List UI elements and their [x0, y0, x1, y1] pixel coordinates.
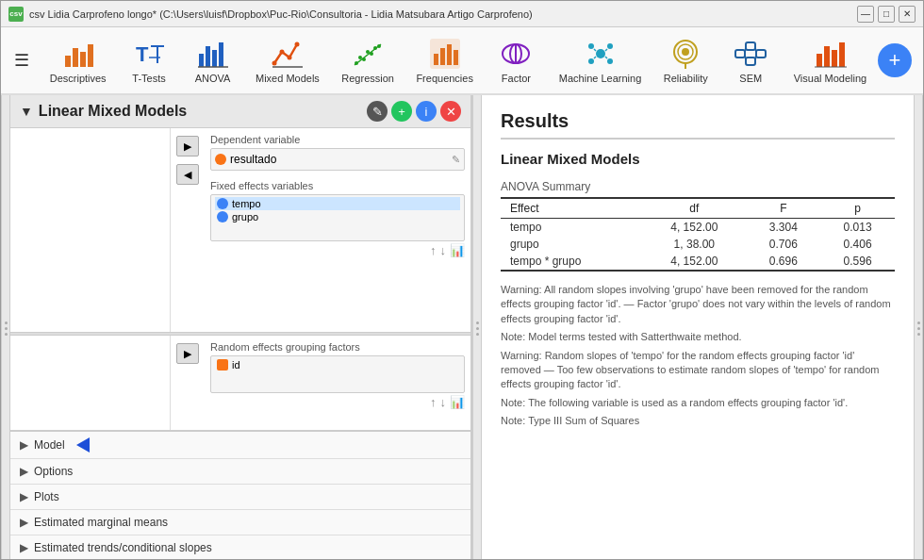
- right-side-handle[interactable]: [914, 95, 923, 560]
- random-var-icon: [217, 359, 228, 371]
- svg-line-25: [355, 44, 381, 65]
- add-button[interactable]: +: [391, 101, 412, 122]
- toolbar-item-sem[interactable]: SEM: [722, 33, 779, 88]
- minimize-button[interactable]: —: [857, 6, 874, 23]
- close-button[interactable]: ✕: [899, 6, 916, 23]
- toolbar: ☰ Descriptives T: [1, 27, 923, 95]
- svg-line-42: [605, 57, 607, 58]
- add-analysis-button[interactable]: +: [878, 43, 912, 77]
- factor-label: Factor: [502, 73, 531, 84]
- main-layout: ▼ Linear Mixed Models ✎ + i ✕ ▶ ◀: [1, 95, 923, 560]
- random-move-down-icon[interactable]: ↓: [440, 395, 447, 409]
- collapse-header-estimated-trends[interactable]: ▶ Estimated trends/conditional slopes: [10, 535, 470, 560]
- left-side-handle[interactable]: [1, 95, 10, 560]
- note-text-1: Note: Model terms tested with Satterthwa…: [501, 330, 895, 344]
- random-move-up-icon[interactable]: ↑: [430, 395, 437, 409]
- svg-point-38: [607, 58, 613, 64]
- toolbar-item-visualmodeling[interactable]: Visual Modeling: [786, 33, 874, 88]
- random-bar-chart-icon[interactable]: 📊: [450, 395, 465, 409]
- middle-handle[interactable]: [472, 95, 482, 560]
- collapse-item-estimated-marginal: ▶ Estimated marginal means: [10, 510, 470, 535]
- fixed-effects-box[interactable]: tempo grupo: [210, 194, 465, 241]
- svg-rect-11: [219, 42, 223, 67]
- svg-line-40: [605, 49, 607, 51]
- svg-rect-3: [88, 44, 93, 67]
- machinelearning-label: Machine Learning: [559, 73, 641, 84]
- regression-label: Regression: [341, 73, 394, 84]
- table-cell-df-2: 1, 38.00: [642, 236, 746, 253]
- mixedmodels-label: Mixed Models: [256, 73, 320, 84]
- table-cell-effect-1: tempo: [501, 219, 642, 237]
- collapse-header-model[interactable]: ▶ Model: [10, 432, 470, 458]
- table-cell-df-3: 4, 152.00: [642, 253, 746, 271]
- fixed-var-grupo[interactable]: grupo: [215, 210, 460, 223]
- toolbar-item-descriptives[interactable]: Descriptives: [42, 33, 114, 88]
- random-effects-label: Random effects grouping factors: [210, 341, 465, 353]
- dependent-variable-label: Dependent variable: [210, 134, 465, 145]
- toolbar-item-ttests[interactable]: T T-Tests: [121, 33, 177, 88]
- svg-rect-1: [73, 48, 78, 67]
- descriptives-label: Descriptives: [50, 73, 107, 84]
- reliability-icon: [668, 37, 702, 71]
- re-move-right-button[interactable]: ▶: [176, 343, 199, 364]
- maximize-button[interactable]: □: [878, 6, 895, 23]
- results-subtitle: Linear Mixed Models: [501, 151, 895, 167]
- bar-chart-icon[interactable]: 📊: [450, 243, 465, 257]
- random-var-id[interactable]: id: [215, 358, 460, 371]
- toolbar-item-reliability[interactable]: Reliability: [656, 33, 716, 88]
- factor-icon: [499, 37, 533, 71]
- toolbar-item-regression[interactable]: Regression: [334, 33, 402, 88]
- svg-point-15: [287, 56, 291, 60]
- svg-point-37: [588, 58, 594, 64]
- toolbar-item-machinelearning[interactable]: Machine Learning: [552, 33, 649, 88]
- collapse-item-options: ▶ Options: [10, 459, 470, 485]
- toolbar-item-mixedmodels[interactable]: Mixed Models: [248, 33, 327, 88]
- collapse-arrow-estimated-trends: ▶: [20, 541, 28, 554]
- collapse-header-options[interactable]: ▶ Options: [10, 459, 470, 484]
- table-cell-p-3: 0.596: [820, 253, 895, 271]
- handle-dot: [5, 321, 8, 324]
- menu-button[interactable]: ☰: [5, 26, 39, 94]
- handle-dot: [917, 321, 920, 324]
- panel-title: Linear Mixed Models: [39, 103, 361, 120]
- close-panel-button[interactable]: ✕: [440, 101, 461, 122]
- toolbar-items: Descriptives T T-Tests: [39, 33, 878, 88]
- fixed-effects-section: Fixed effects variables tempo grupo ↑: [210, 180, 465, 257]
- svg-rect-49: [746, 58, 755, 65]
- warning-text-2: Warning: Random slopes of 'tempo' for th…: [501, 349, 895, 392]
- edit-button[interactable]: ✎: [367, 101, 388, 122]
- move-right-button[interactable]: ▶: [176, 136, 199, 156]
- move-down-icon[interactable]: ↓: [440, 243, 447, 257]
- toolbar-item-frequencies[interactable]: Frequencies: [408, 33, 481, 88]
- panel-collapse-arrow[interactable]: ▼: [20, 104, 33, 119]
- info-button[interactable]: i: [416, 101, 437, 122]
- reliability-label: Reliability: [664, 73, 708, 84]
- toolbar-item-anova[interactable]: ANOVA: [185, 33, 241, 88]
- re-vars-area: [10, 336, 171, 430]
- dependent-variable-box[interactable]: resultado ✎: [210, 148, 465, 171]
- move-left-button[interactable]: ◀: [176, 164, 199, 185]
- handle-dot: [5, 327, 8, 330]
- svg-rect-50: [756, 50, 766, 58]
- collapse-header-estimated-marginal[interactable]: ▶ Estimated marginal means: [10, 510, 470, 535]
- move-up-icon[interactable]: ↑: [430, 243, 437, 257]
- dependent-variable-section: Dependent variable resultado ✎: [210, 134, 465, 171]
- svg-rect-2: [80, 52, 86, 67]
- results-title: Results: [501, 110, 895, 140]
- random-effects-box[interactable]: id: [210, 355, 465, 393]
- svg-point-13: [272, 61, 276, 66]
- toolbar-item-factor[interactable]: Factor: [487, 33, 544, 88]
- svg-point-16: [294, 42, 299, 47]
- fixed-effects-label: Fixed effects variables: [210, 180, 465, 191]
- handle-dot: [5, 333, 8, 336]
- model-arrow-indicator: [76, 437, 90, 453]
- field-pencil-icon: ✎: [452, 154, 460, 166]
- app-icon: csv: [8, 7, 24, 22]
- anova-label: ANOVA: [195, 73, 231, 84]
- fixed-var-grupo-label: grupo: [232, 211, 258, 222]
- fixed-var-tempo[interactable]: tempo: [215, 197, 460, 210]
- collapse-label-estimated-trends: Estimated trends/conditional slopes: [34, 541, 212, 554]
- svg-line-39: [594, 49, 596, 51]
- collapse-header-plots[interactable]: ▶ Plots: [10, 485, 470, 509]
- collapse-sections: ▶ Model ▶ Options ▶ Plots ▶: [10, 430, 470, 560]
